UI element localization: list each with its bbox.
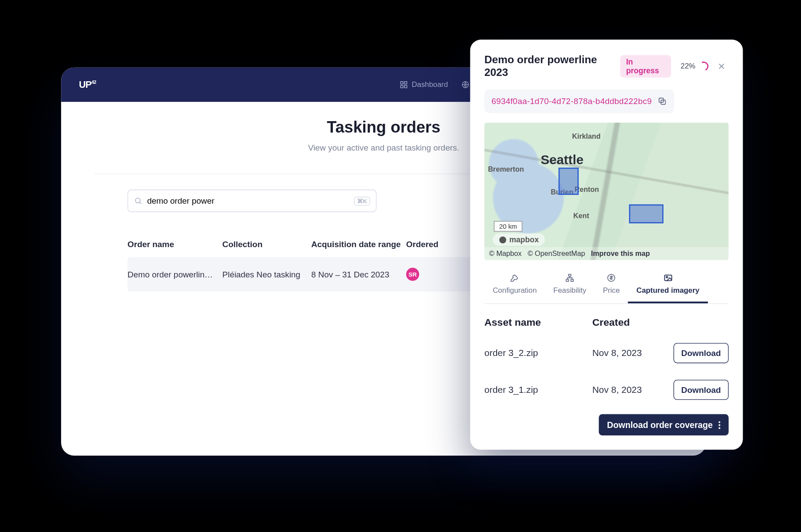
- cell-order-name: Demo order powerline …: [127, 270, 222, 279]
- nav-label: Dashboard: [412, 80, 448, 89]
- cell-collection: Pléiades Neo tasking: [222, 270, 311, 279]
- assets-col-name: Asset name: [484, 317, 592, 329]
- asset-row: order 3_1.zip Nov 8, 2023 Download: [484, 371, 729, 408]
- attrib-improve[interactable]: Improve this map: [591, 249, 650, 258]
- col-collection: Collection: [222, 239, 311, 249]
- mapbox-icon: [498, 235, 507, 244]
- sitemap-icon: [565, 273, 575, 283]
- search-shortcut: ⌘K: [354, 196, 370, 205]
- assets-header: Asset name Created: [484, 317, 729, 335]
- asset-name: order 3_1.zip: [484, 385, 592, 395]
- asset-created: Nov 8, 2023: [592, 348, 670, 358]
- asset-created: Nov 8, 2023: [592, 385, 670, 395]
- attrib-osm[interactable]: © OpenStreetMap: [527, 249, 585, 258]
- brand-sup: 42: [91, 80, 96, 85]
- map-label-kent: Kent: [574, 212, 589, 220]
- order-detail-panel: Demo order powerline 2023 In progress 22…: [470, 40, 743, 449]
- svg-point-15: [666, 276, 668, 278]
- panel-tabs: Configuration Feasibility Price Captured…: [484, 268, 729, 304]
- search-input-wrapper[interactable]: ⌘K: [127, 190, 376, 212]
- spinner-icon: [698, 60, 710, 72]
- download-button[interactable]: Download: [674, 343, 729, 363]
- dollar-icon: [606, 273, 616, 283]
- svg-rect-1: [405, 82, 408, 84]
- map-bbox: [559, 168, 579, 195]
- grid-icon: [400, 80, 408, 89]
- close-button[interactable]: [714, 59, 729, 73]
- assets-col-created: Created: [592, 317, 670, 329]
- attrib-mapbox[interactable]: © Mapbox: [489, 249, 522, 258]
- cell-ordered: SR: [406, 268, 454, 281]
- coverage-label: Download order coverage: [607, 420, 712, 430]
- svg-rect-3: [405, 85, 408, 88]
- more-icon: [718, 421, 720, 429]
- map-label-seattle: Seattle: [541, 152, 583, 168]
- map-label-kirkland: Kirkland: [572, 132, 601, 140]
- svg-rect-11: [566, 280, 569, 282]
- download-coverage-button[interactable]: Download order coverage: [599, 414, 729, 436]
- search-input[interactable]: [147, 196, 350, 206]
- tab-label: Configuration: [493, 286, 537, 295]
- progress-indicator: 22%: [681, 61, 708, 71]
- globe-icon: [461, 80, 469, 89]
- tab-price[interactable]: Price: [595, 268, 628, 303]
- tab-captured-imagery[interactable]: Captured imagery: [628, 268, 707, 303]
- tab-label: Captured imagery: [636, 286, 699, 295]
- tab-label: Price: [603, 286, 620, 295]
- asset-row: order 3_2.zip Nov 8, 2023 Download: [484, 335, 729, 372]
- asset-name: order 3_2.zip: [484, 348, 592, 358]
- avatar: SR: [406, 268, 419, 281]
- assets-section: Asset name Created order 3_2.zip Nov 8, …: [484, 317, 729, 435]
- mapbox-text: mapbox: [509, 235, 539, 244]
- uuid-box: 6934f0aa-1d70-4d72-878a-b4ddbd222bc9: [484, 90, 674, 113]
- download-button[interactable]: Download: [674, 380, 729, 400]
- tab-configuration[interactable]: Configuration: [484, 268, 545, 303]
- brand-name: UP: [79, 79, 92, 90]
- svg-point-9: [499, 236, 506, 243]
- status-badge: In progress: [620, 55, 671, 77]
- map-label-bremerton: Bremerton: [488, 165, 524, 174]
- col-acq-range: Acquisition date range: [311, 239, 406, 249]
- panel-header: Demo order powerline 2023 In progress 22…: [484, 54, 729, 79]
- svg-rect-2: [401, 85, 404, 88]
- svg-rect-12: [571, 280, 573, 282]
- copy-button[interactable]: [658, 97, 668, 106]
- map-preview[interactable]: Seattle Kirkland Bremerton Burien Renton…: [484, 122, 729, 260]
- col-ordered: Ordered: [406, 239, 454, 249]
- uuid-text: 6934f0aa-1d70-4d72-878a-b4ddbd222bc9: [491, 97, 652, 106]
- image-icon: [663, 273, 673, 283]
- map-attribution: © Mapbox © OpenStreetMap Improve this ma…: [484, 247, 729, 260]
- map-bbox: [629, 205, 663, 223]
- close-icon: [717, 61, 726, 71]
- svg-rect-0: [401, 82, 404, 84]
- col-order-name: Order name: [127, 239, 222, 249]
- panel-title: Demo order powerline 2023: [484, 54, 614, 79]
- search-icon: [134, 197, 142, 205]
- cell-acq-range: 8 Nov – 31 Dec 2023: [311, 270, 406, 279]
- copy-icon: [658, 97, 668, 106]
- svg-rect-10: [569, 274, 571, 277]
- svg-point-6: [135, 198, 140, 203]
- tab-feasibility[interactable]: Feasibility: [545, 268, 595, 303]
- wrench-icon: [510, 273, 520, 283]
- brand-logo: UP42: [79, 79, 96, 90]
- nav-dashboard[interactable]: Dashboard: [400, 80, 448, 89]
- map-scale: 20 km: [494, 221, 523, 231]
- progress-text: 22%: [681, 62, 696, 71]
- mapbox-logo: mapbox: [493, 234, 545, 246]
- tab-label: Feasibility: [553, 286, 586, 295]
